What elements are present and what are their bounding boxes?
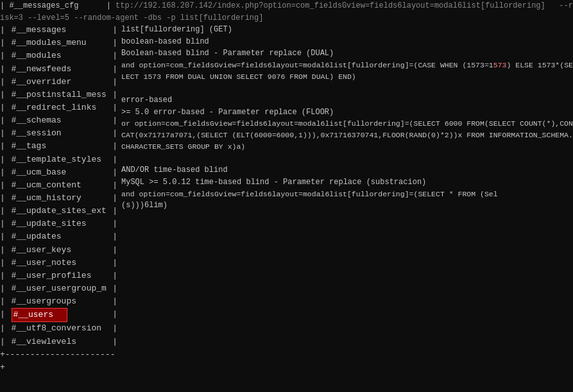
- terminal-body: | #__messages | | #__modules_menu | | #_…: [0, 24, 573, 374]
- section-label-error: error-based: [121, 94, 573, 107]
- table-row: | #__template_styles |: [0, 153, 119, 166]
- top-partial-line: | #__messages_cfg | ttp://192.168.207.14…: [0, 0, 573, 24]
- right-content: list[fullordering] (GET) boolean-based b…: [119, 24, 573, 212]
- table-row: | #__session |: [0, 127, 119, 140]
- table-row: | #__user_profiles |: [0, 269, 119, 282]
- table-row: | #__usergroups |: [0, 295, 119, 308]
- sqli-line: >= 5.0 error-based - Parameter replace (…: [121, 107, 573, 119]
- table-row: | #__ucm_content |: [0, 179, 119, 192]
- table-row: | #__tags |: [0, 140, 119, 153]
- table-row: | #__user_keys |: [0, 244, 119, 257]
- sqli-line: boolean-based blind: [121, 36, 573, 48]
- sqli-line: Boolean-based blind - Parameter replace …: [121, 47, 573, 60]
- sqli-line: and option=com_fieldsGview=fields6layout…: [121, 60, 573, 83]
- table-row: | #__user_usergroup_m |: [0, 282, 119, 295]
- table-row: | #__schemas |: [0, 114, 119, 127]
- table-row: | #__postinstall_mess |: [0, 89, 119, 101]
- table-row: | #__modules_menu |: [0, 37, 119, 49]
- log-section: [03:27:19] [WARNING] HTTP error codes de…: [0, 378, 573, 392]
- table-separator-bottom: +----------------------+: [0, 348, 119, 374]
- table-row: | #__utf8_conversion |: [0, 322, 119, 335]
- table-row: | #__user_notes |: [0, 257, 119, 269]
- users-row: | #__users |: [0, 308, 119, 322]
- table-row: | #__redirect_links |: [0, 101, 119, 114]
- table-row: | #__overrider |: [0, 76, 119, 89]
- table-row: | #__updates |: [0, 230, 119, 243]
- log-line-warning: [03:27:19] [WARNING] HTTP error codes de…: [0, 379, 573, 392]
- table-row: | #__newsfeeds |: [0, 63, 119, 76]
- sqli-line: or option=com_fieldsGview=fields6layout=…: [121, 118, 573, 152]
- sqli-line: [121, 83, 573, 95]
- table-row: | #__modules |: [0, 49, 119, 62]
- sqli-line: MySQL >= 5.0.12 time-based blind - Param…: [121, 176, 573, 189]
- table-row: | #__ucm_history |: [0, 192, 119, 205]
- left-column: | #__messages | | #__modules_menu | | #_…: [0, 24, 119, 374]
- users-cell: #__users: [12, 308, 67, 322]
- table-row: | #__ucm_base |: [0, 166, 119, 179]
- sqli-line: [121, 153, 573, 165]
- sqli-line: list[fullordering] (GET): [121, 24, 573, 36]
- section-label-time: AND/OR time-based blind: [121, 164, 573, 176]
- terminal-window: | #__messages_cfg | ttp://192.168.207.14…: [0, 0, 573, 392]
- table-row: | #__messages |: [0, 24, 119, 37]
- table-row: | #__update_sites_ext |: [0, 205, 119, 217]
- sqli-line: (s)))6lim): [121, 200, 573, 212]
- table-row: | #__update_sites |: [0, 217, 119, 230]
- sqli-line: and option=com_fieldsGview=fields6layout…: [121, 189, 573, 200]
- table-row: | #__viewlevels |: [0, 336, 119, 348]
